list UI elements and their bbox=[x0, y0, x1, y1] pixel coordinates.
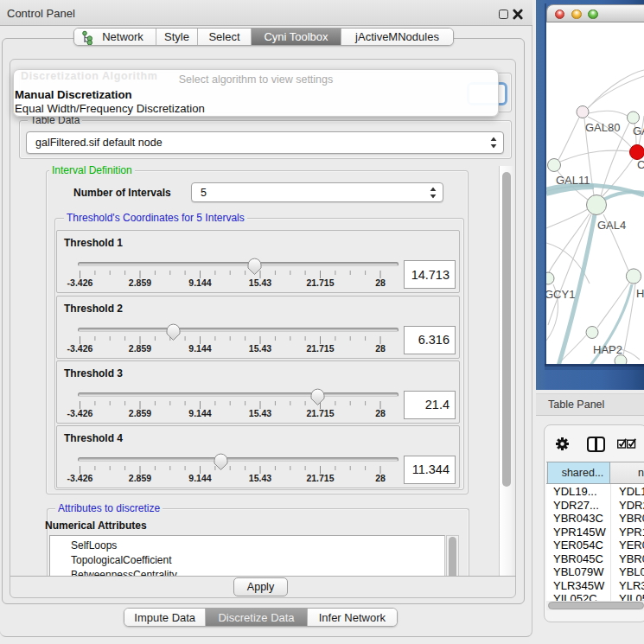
svg-text:GA: GA bbox=[633, 124, 644, 137]
svg-text:GCY1: GCY1 bbox=[546, 288, 575, 301]
svg-text:HAP2: HAP2 bbox=[593, 343, 622, 356]
svg-text:C: C bbox=[637, 158, 644, 171]
svg-text:GAL4: GAL4 bbox=[597, 219, 626, 232]
svg-text:GAL11: GAL11 bbox=[556, 174, 590, 187]
svg-text:H: H bbox=[636, 287, 644, 300]
svg-text:GAL80: GAL80 bbox=[585, 121, 620, 134]
